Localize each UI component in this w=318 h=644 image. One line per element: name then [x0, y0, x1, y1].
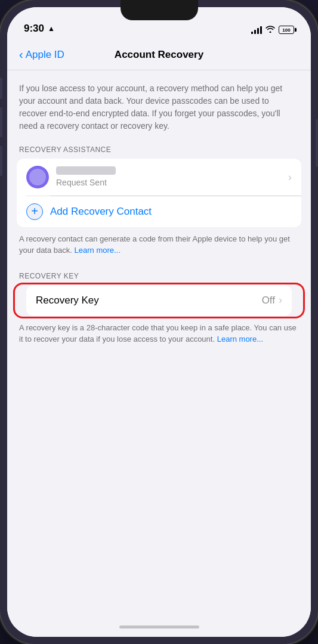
- time-display: 9:30: [24, 23, 44, 35]
- recovery-key-label: Recovery Key: [36, 295, 262, 306]
- status-time: 9:30 ▲: [24, 23, 55, 35]
- recovery-assistance-description: A recovery contact can generate a code f…: [19, 234, 290, 255]
- battery-icon: 100: [279, 26, 294, 34]
- volume-up-button: [0, 107, 2, 137]
- recovery-contact-item[interactable]: Request Sent ›: [17, 159, 301, 196]
- plus-icon: +: [26, 203, 43, 220]
- add-recovery-contact-button[interactable]: + Add Recovery Contact: [17, 196, 301, 227]
- phone-screen: 9:30 ▲ 100: [7, 7, 311, 637]
- wifi-icon: [265, 25, 275, 35]
- back-button[interactable]: ‹ Apple ID: [19, 49, 64, 61]
- notch: [121, 0, 198, 20]
- bottom-spacer: [7, 357, 311, 393]
- recovery-key-header: RECOVERY KEY: [7, 268, 311, 285]
- page-title: Account Recovery: [115, 49, 203, 61]
- add-contact-label: Add Recovery Contact: [50, 206, 152, 218]
- chevron-right-icon: ›: [288, 171, 292, 184]
- location-icon: ▲: [48, 24, 55, 33]
- silent-switch: [0, 78, 2, 99]
- avatar: [26, 166, 49, 188]
- recovery-assistance-info: A recovery contact can generate a code f…: [7, 227, 311, 268]
- description-text: If you lose access to your account, a re…: [19, 82, 299, 132]
- home-indicator: [7, 617, 311, 637]
- recovery-key-wrapper: Recovery Key Off ›: [17, 285, 301, 316]
- contact-info: Request Sent: [56, 166, 288, 188]
- recovery-assistance-card: Request Sent › + Add Recovery Contact: [17, 159, 301, 227]
- recovery-key-chevron-icon: ›: [279, 294, 282, 306]
- recovery-key-row[interactable]: Recovery Key Off ›: [26, 285, 292, 316]
- recovery-assistance-learn-more-link[interactable]: Learn more...: [75, 246, 121, 255]
- battery-level: 100: [282, 27, 290, 33]
- power-button: [316, 119, 318, 167]
- recovery-key-description-block: A recovery key is a 28-character code th…: [7, 316, 311, 357]
- nav-bar: ‹ Apple ID Account Recovery: [7, 39, 311, 70]
- status-icons: 100: [251, 25, 294, 35]
- back-chevron-icon: ‹: [19, 48, 23, 60]
- contact-status: Request Sent: [56, 178, 107, 187]
- contact-name-blurred: [56, 166, 116, 175]
- recovery-key-learn-more-link[interactable]: Learn more...: [217, 335, 263, 343]
- content-area: If you lose access to your account, a re…: [7, 70, 311, 617]
- description-block: If you lose access to your account, a re…: [7, 70, 311, 142]
- home-bar: [119, 626, 199, 628]
- recovery-key-card: Recovery Key Off ›: [26, 285, 292, 316]
- signal-icon: [251, 26, 262, 34]
- recovery-key-value: Off: [262, 295, 275, 306]
- phone-frame: 9:30 ▲ 100: [0, 0, 318, 644]
- back-label: Apple ID: [26, 49, 64, 61]
- recovery-assistance-header: RECOVERY ASSISTANCE: [7, 142, 311, 159]
- avatar-inner: [29, 169, 46, 185]
- volume-down-button: [0, 146, 2, 176]
